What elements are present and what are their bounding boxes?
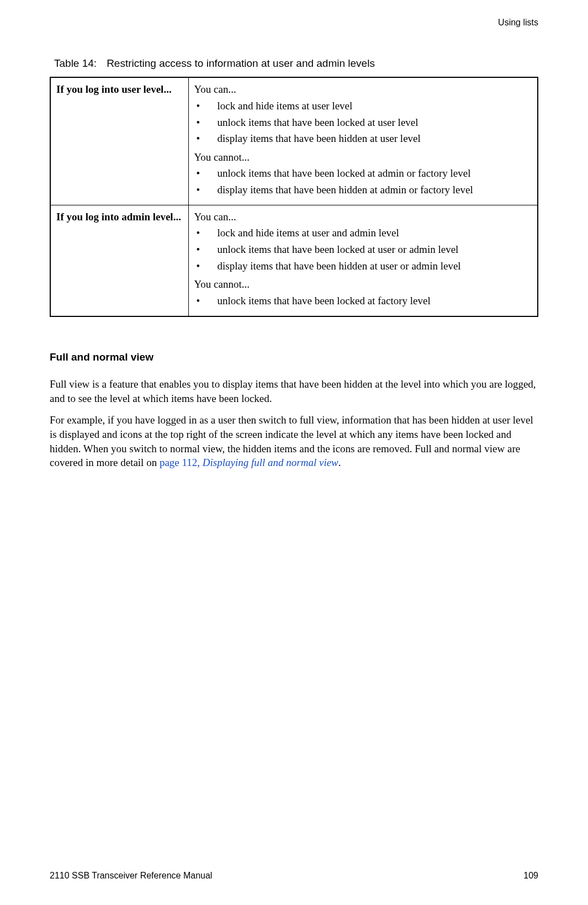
list-item: display items that have been hidden at u… (194, 259, 532, 273)
paragraph: For example, if you have logged in as a … (50, 413, 538, 470)
footer-page-number: 109 (523, 870, 538, 882)
details-cell: You can... lock and hide items at user a… (188, 205, 538, 316)
access-table: If you log into user level... You can...… (50, 77, 538, 316)
can-label: You can... (194, 210, 532, 224)
details-cell: You can... lock and hide items at user l… (188, 77, 538, 205)
list-item: unlock items that have been locked at ad… (194, 166, 532, 181)
list-item: unlock items that have been locked at us… (194, 242, 532, 257)
list-item: unlock items that have been locked at fa… (194, 294, 532, 308)
table-caption-label: Table 14: (54, 57, 97, 69)
table-row: If you log into user level... You can...… (50, 77, 538, 205)
list-item: lock and hide items at user level (194, 99, 532, 113)
condition-cell: If you log into user level... (50, 77, 188, 205)
can-list: lock and hide items at user and admin le… (194, 226, 532, 273)
cannot-list: unlock items that have been locked at fa… (194, 294, 532, 308)
paragraph-text: . (338, 457, 341, 468)
condition-cell: If you log into admin level... (50, 205, 188, 316)
cannot-label: You cannot... (194, 277, 532, 292)
table-caption-text: Restricting access to information at use… (107, 57, 375, 69)
list-item: display items that have been hidden at u… (194, 131, 532, 146)
page-header-section: Using lists (50, 17, 538, 29)
cannot-list: unlock items that have been locked at ad… (194, 166, 532, 197)
list-item: display items that have been hidden at a… (194, 183, 532, 197)
table-caption: Table 14:Restricting access to informati… (54, 56, 538, 71)
table-row: If you log into admin level... You can..… (50, 205, 538, 316)
page-link-title[interactable]: Displaying full and normal view (203, 457, 338, 468)
can-label: You can... (194, 82, 532, 97)
cannot-label: You cannot... (194, 150, 532, 165)
list-item: lock and hide items at user and admin le… (194, 226, 532, 240)
footer-title: 2110 SSB Transceiver Reference Manual (50, 870, 212, 882)
list-item: unlock items that have been locked at us… (194, 115, 532, 130)
section-heading: Full and normal view (50, 350, 538, 364)
page-link[interactable]: page 112, (160, 457, 203, 468)
page-footer: 2110 SSB Transceiver Reference Manual 10… (50, 870, 538, 882)
paragraph: Full view is a feature that enables you … (50, 377, 538, 405)
can-list: lock and hide items at user level unlock… (194, 99, 532, 146)
